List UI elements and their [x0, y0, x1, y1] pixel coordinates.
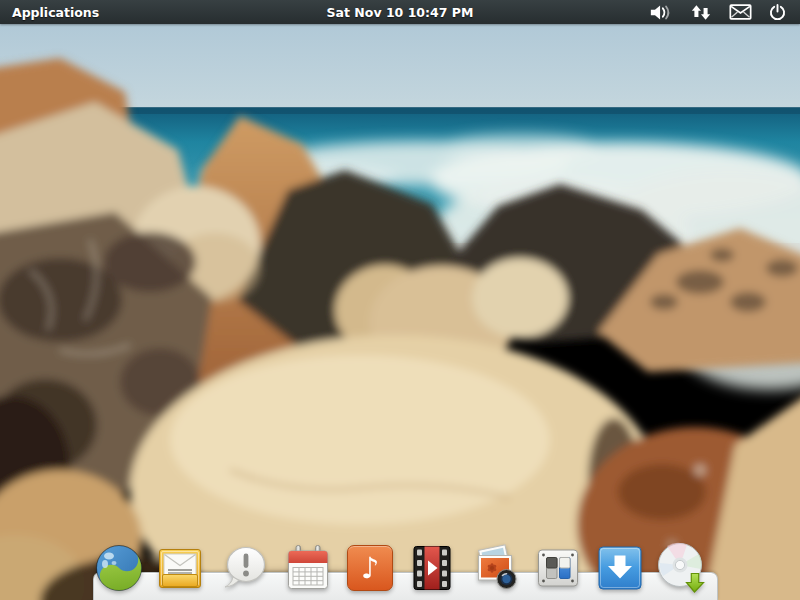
envelope-icon: [729, 4, 752, 20]
dock-item-videos[interactable]: [408, 544, 456, 592]
network-indicator[interactable]: [690, 0, 712, 24]
dock-item-calendar[interactable]: [284, 544, 332, 592]
dock-item-chat[interactable]: [221, 544, 269, 592]
dock-item-music[interactable]: ♪: [346, 544, 394, 592]
power-indicator[interactable]: [769, 0, 786, 24]
speaker-volume-icon: [649, 4, 673, 21]
globe-icon: [95, 544, 143, 592]
applications-menu[interactable]: Applications: [0, 0, 111, 24]
mail-envelope-icon: [156, 544, 204, 592]
dock-item-photos[interactable]: [471, 544, 519, 592]
dock-item-downloads[interactable]: [596, 544, 644, 592]
chat-bubble-exclamation-icon: [221, 544, 269, 592]
volume-indicator[interactable]: [649, 0, 673, 24]
mail-indicator[interactable]: [729, 0, 752, 24]
dock-item-web-browser[interactable]: [95, 544, 143, 592]
panel-indicators: [649, 0, 800, 24]
download-arrow-icon: [596, 544, 644, 592]
up-down-arrows-icon: [690, 4, 712, 21]
music-note-icon: ♪: [347, 545, 393, 591]
wallpaper-image: [0, 0, 800, 600]
dock-item-disc-burner[interactable]: [657, 541, 709, 593]
applications-menu-label: Applications: [12, 5, 99, 20]
top-panel: Applications Sat Nov 10 10:47 PM: [0, 0, 800, 24]
filmstrip-play-icon: [408, 544, 456, 592]
dock-item-mail[interactable]: [156, 544, 204, 592]
cd-download-icon: [657, 541, 709, 593]
toggle-switches-icon: [534, 544, 582, 592]
photo-stack-camera-icon: [471, 544, 519, 592]
desktop: Applications Sat Nov 10 10:47 PM: [0, 0, 800, 600]
calendar-icon: [284, 544, 332, 592]
power-icon: [769, 4, 786, 21]
clock-label: Sat Nov 10 10:47 PM: [327, 5, 474, 20]
dock-item-system-settings[interactable]: [534, 544, 582, 592]
